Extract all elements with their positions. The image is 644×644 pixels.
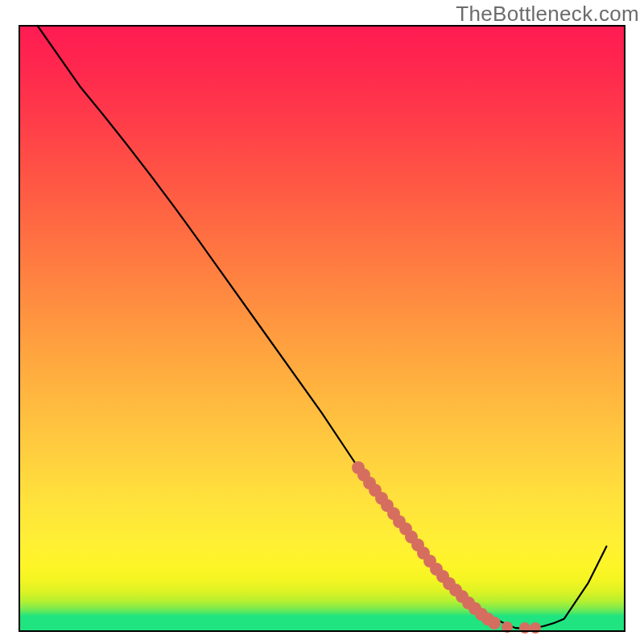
- svg-point-22: [488, 617, 501, 630]
- plot-background: [19, 26, 625, 631]
- bottleneck-chart: [0, 0, 644, 644]
- watermark-text: TheBottleneck.com: [456, 2, 639, 27]
